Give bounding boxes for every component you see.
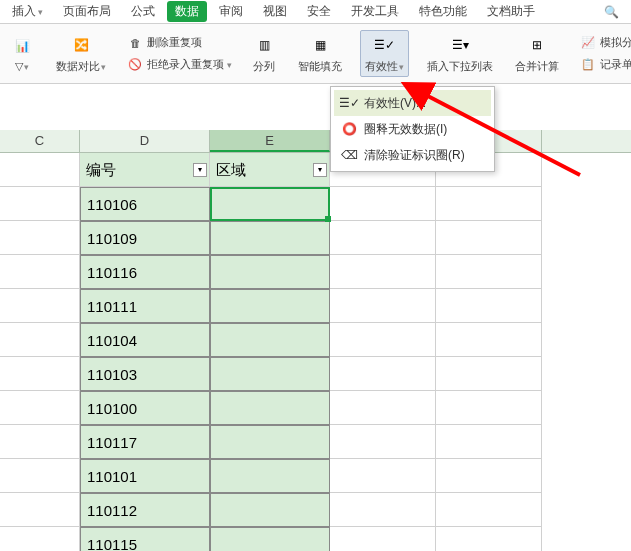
menu-validity[interactable]: ☰✓ 有效性(V)... (334, 90, 491, 116)
filter-button-d[interactable]: ▾ (193, 163, 207, 177)
cell[interactable] (0, 527, 80, 551)
cell[interactable] (330, 221, 436, 255)
tab-security[interactable]: 安全 (299, 1, 339, 22)
consolidate-button[interactable]: ⊞ 合并计算 (511, 31, 563, 76)
cell[interactable] (0, 357, 80, 391)
tab-dochelp[interactable]: 文档助手 (479, 1, 543, 22)
remove-duplicates-button[interactable]: 🗑 删除重复项 (124, 33, 234, 53)
cell[interactable] (210, 221, 330, 255)
cell[interactable] (0, 289, 80, 323)
tab-insert[interactable]: 插入▾ (4, 1, 51, 22)
cell[interactable] (0, 255, 80, 289)
tab-review[interactable]: 审阅 (211, 1, 251, 22)
tab-view[interactable]: 视图 (255, 1, 295, 22)
validity-icon: ☰✓ (373, 33, 397, 57)
cell[interactable] (330, 289, 436, 323)
cell[interactable] (0, 425, 80, 459)
tab-formula[interactable]: 公式 (123, 1, 163, 22)
circle-icon: ⭕ (340, 120, 358, 138)
cell[interactable] (330, 459, 436, 493)
cell[interactable]: 110103 (80, 357, 210, 391)
cell[interactable]: 110117 (80, 425, 210, 459)
cell-header-e[interactable]: 区域 ▾ (210, 153, 330, 187)
consolidate-icon: ⊞ (525, 33, 549, 57)
cell[interactable]: 110109 (80, 221, 210, 255)
search-icon[interactable]: 🔍 (596, 3, 627, 21)
split-icon: ▥ (252, 33, 276, 57)
cell[interactable]: 110115 (80, 527, 210, 551)
cell[interactable] (210, 357, 330, 391)
spreadsheet: C D E F G 编号 ▾ 区域 ▾ 110106 110109 110116… (0, 130, 631, 551)
cell[interactable] (436, 527, 542, 551)
cell[interactable] (436, 425, 542, 459)
cell[interactable] (0, 187, 80, 221)
cell[interactable]: 110112 (80, 493, 210, 527)
tab-data[interactable]: 数据 (167, 1, 207, 22)
cell[interactable] (330, 187, 436, 221)
tab-special[interactable]: 特色功能 (411, 1, 475, 22)
cell[interactable] (210, 425, 330, 459)
cell[interactable] (330, 493, 436, 527)
cell[interactable] (210, 391, 330, 425)
cell[interactable] (436, 459, 542, 493)
cell[interactable] (330, 255, 436, 289)
reject-duplicates-button[interactable]: 🚫 拒绝录入重复项▾ (124, 55, 234, 75)
cell[interactable] (210, 255, 330, 289)
validity-button[interactable]: ☰✓ 有效性▾ (360, 30, 409, 77)
whatif-button[interactable]: 📈 模拟分析▾ (577, 33, 631, 53)
cell[interactable] (436, 289, 542, 323)
cell[interactable] (436, 187, 542, 221)
cell[interactable] (0, 493, 80, 527)
cell[interactable]: 110111 (80, 289, 210, 323)
menu-circle-invalid[interactable]: ⭕ 圈释无效数据(I) (334, 116, 491, 142)
cell[interactable] (436, 221, 542, 255)
cell[interactable] (210, 459, 330, 493)
cell[interactable] (436, 493, 542, 527)
tab-dev[interactable]: 开发工具 (343, 1, 407, 22)
compare-icon: 🔀 (69, 33, 93, 57)
cell[interactable] (0, 391, 80, 425)
cell[interactable]: 110104 (80, 323, 210, 357)
cell[interactable] (330, 391, 436, 425)
cell[interactable] (436, 357, 542, 391)
menu-clear-circles[interactable]: ⌫ 清除验证标识圈(R) (334, 142, 491, 168)
analyze-icon: 📈 (579, 34, 597, 52)
compare-button[interactable]: 🔀 数据对比▾ (52, 31, 110, 76)
col-header-c[interactable]: C (0, 130, 80, 152)
cell[interactable] (330, 425, 436, 459)
cell[interactable] (436, 255, 542, 289)
ribbon-tabs: 插入▾ 页面布局 公式 数据 审阅 视图 安全 开发工具 特色功能 文档助手 🔍 (0, 0, 631, 24)
form-button[interactable]: 📋 记录单 (577, 55, 631, 75)
dropdown-icon: ☰▾ (448, 33, 472, 57)
cell[interactable] (330, 323, 436, 357)
insert-dropdown-button[interactable]: ☰▾ 插入下拉列表 (423, 31, 497, 76)
cell[interactable]: 110116 (80, 255, 210, 289)
cell[interactable] (210, 289, 330, 323)
cell[interactable] (210, 323, 330, 357)
validity-dropdown-menu: ☰✓ 有效性(V)... ⭕ 圈释无效数据(I) ⌫ 清除验证标识圈(R) (330, 86, 495, 172)
cell[interactable] (436, 323, 542, 357)
toolbar: 📊 ▽▾ 🔀 数据对比▾ 🗑 删除重复项 🚫 拒绝录入重复项▾ ▥ 分列 (0, 24, 631, 84)
cell[interactable] (330, 357, 436, 391)
cell[interactable] (210, 187, 330, 221)
validity-menu-icon: ☰✓ (340, 94, 358, 112)
cell-header-d[interactable]: 编号 ▾ (80, 153, 210, 187)
cell[interactable]: 110100 (80, 391, 210, 425)
cell[interactable] (0, 153, 80, 187)
cell[interactable] (0, 221, 80, 255)
cell[interactable] (0, 459, 80, 493)
cell[interactable] (436, 391, 542, 425)
smart-fill-button[interactable]: ▦ 智能填充 (294, 31, 346, 76)
pivot-button[interactable]: 📊 ▽▾ (6, 32, 38, 75)
cell[interactable]: 110101 (80, 459, 210, 493)
col-header-e[interactable]: E (210, 130, 330, 152)
cell[interactable]: 110106 (80, 187, 210, 221)
cell[interactable] (210, 527, 330, 551)
filter-button-e[interactable]: ▾ (313, 163, 327, 177)
tab-pagelayout[interactable]: 页面布局 (55, 1, 119, 22)
cell[interactable] (330, 527, 436, 551)
cell[interactable] (0, 323, 80, 357)
text-to-columns-button[interactable]: ▥ 分列 (248, 31, 280, 76)
col-header-d[interactable]: D (80, 130, 210, 152)
cell[interactable] (210, 493, 330, 527)
